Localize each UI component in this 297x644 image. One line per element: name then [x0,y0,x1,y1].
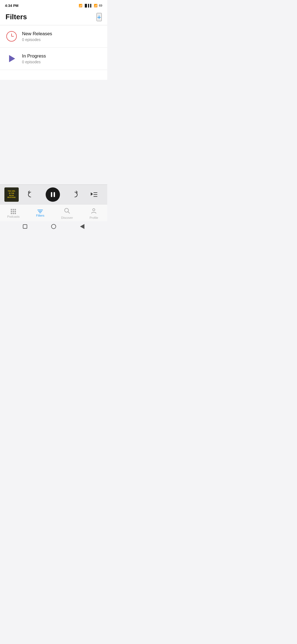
grid-dot [15,209,16,210]
grid-dot [11,213,12,214]
android-square-button[interactable] [23,224,27,229]
battery-icon: 69 [99,4,102,7]
filters-nav-label: Filters [36,214,44,217]
bluetooth-icon: 📶 [79,4,82,7]
svg-line-5 [68,212,70,213]
pause-bar-left [51,192,52,197]
new-releases-text: New Releases 0 episodes [22,31,52,42]
pause-button[interactable] [46,187,60,202]
nav-item-podcasts[interactable]: Podcasts [0,209,27,218]
android-nav-bar [0,221,107,232]
status-time: 4:34 PM [5,4,18,8]
mini-player-artwork[interactable]: THE GIRLIN THEBLUEMUSTANG [4,187,19,202]
new-releases-count: 0 episodes [22,37,52,42]
filter-item-in-progress[interactable]: In Progress 0 episodes [0,48,107,70]
nav-item-profile[interactable]: Profile [81,208,108,219]
grid-dot [11,211,12,212]
profile-label: Profile [90,216,98,219]
status-bar: 4:34 PM 📶 ▐▌▌▌ 📶 69 [0,0,107,10]
empty-area [0,80,107,184]
podcasts-icon [11,209,16,214]
new-releases-icon-container [6,30,18,42]
grid-dot [13,213,14,214]
filter-lines-icon [37,210,43,213]
forward-button[interactable] [71,191,79,198]
filter-list: New Releases 0 episodes In Progress 0 ep… [0,25,107,80]
filter-item-new-releases[interactable]: New Releases 0 episodes [0,25,107,48]
clock-icon [6,31,17,42]
grid-dot [13,209,14,210]
play-icon [9,55,15,62]
mini-player-art-text: THE GIRLIN THEBLUEMUSTANG [7,190,16,199]
filter-line [38,211,42,212]
rewind-button[interactable] [27,191,35,198]
filter-line [37,210,43,210]
svg-point-6 [93,209,95,211]
status-icons: 📶 ▐▌▌▌ 📶 69 [79,4,102,7]
android-circle-icon [51,224,56,229]
grid-dot [13,211,14,212]
grid-dot [15,213,16,214]
wifi-icon: 📶 [94,4,98,7]
signal-icon: ▐▌▌▌ [84,4,92,7]
android-back-button[interactable] [80,224,84,229]
page-title: Filters [6,13,27,21]
in-progress-icon-container [6,53,18,65]
new-releases-name: New Releases [22,31,52,37]
page-header: Filters + [0,10,107,25]
pause-bar-right [54,192,55,197]
in-progress-name: In Progress [22,53,46,59]
android-home-button[interactable] [51,224,56,229]
grid-dot [11,209,12,210]
discover-label: Discover [61,216,73,219]
nav-item-discover[interactable]: Discover [54,208,81,219]
bottom-nav: Podcasts Filters Discover [0,204,107,221]
podcasts-label: Podcasts [7,215,20,218]
profile-person-icon [91,208,97,215]
discover-search-icon [64,208,70,215]
mini-player[interactable]: THE GIRLIN THEBLUEMUSTANG [0,184,107,204]
in-progress-text: In Progress 0 episodes [22,53,46,64]
svg-marker-0 [91,192,93,196]
mini-player-controls [21,187,103,202]
queue-button[interactable] [90,192,97,198]
filter-line [39,212,41,213]
android-back-icon [80,224,84,229]
add-filter-button[interactable]: + [97,13,102,21]
grid-icon [11,209,16,214]
nav-item-filters[interactable]: Filters [27,210,54,217]
android-square-icon [23,224,27,229]
pause-icon [51,192,55,197]
filters-nav-icon [37,210,43,213]
in-progress-count: 0 episodes [22,60,46,64]
grid-dot [15,211,16,212]
